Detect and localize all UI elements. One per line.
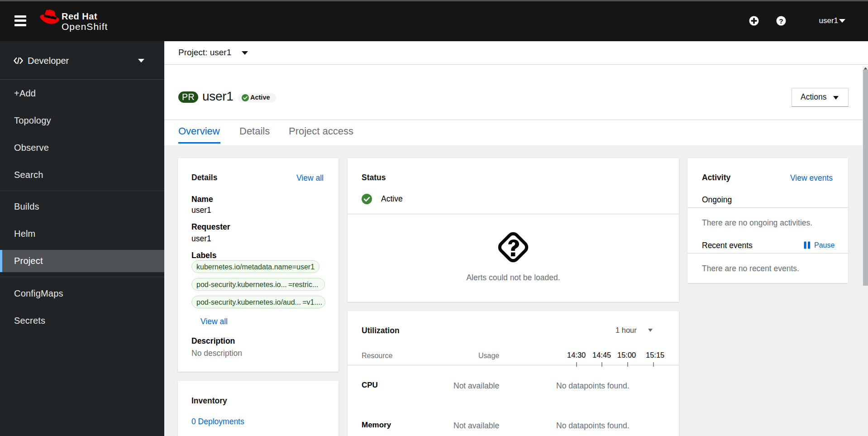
svg-text:?: ? [779,17,783,25]
